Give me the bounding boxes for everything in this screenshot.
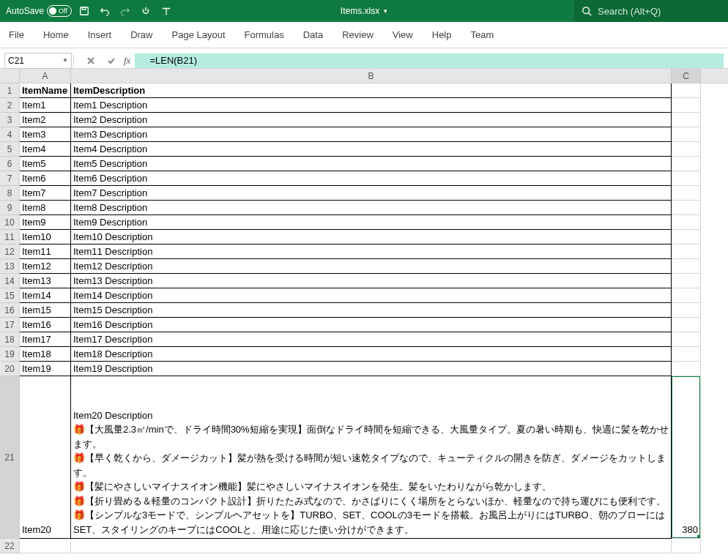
tab-draw[interactable]: Draw [130, 26, 152, 43]
cell[interactable]: Item10 Description [71, 230, 672, 244]
cell[interactable]: Item10 [20, 230, 71, 244]
cell[interactable] [672, 332, 701, 347]
redo-icon[interactable] [117, 3, 133, 19]
cell[interactable]: Item11 Description [71, 244, 672, 259]
row-header[interactable]: 22 [0, 539, 20, 553]
spreadsheet-grid[interactable]: A B C 1 ItemName ItemDescription 2Item1I… [0, 69, 728, 553]
accept-formula-icon[interactable] [103, 53, 119, 68]
cell[interactable] [672, 274, 701, 288]
tab-formulas[interactable]: Formulas [245, 26, 284, 43]
cell[interactable] [672, 539, 701, 553]
cell[interactable]: Item17 [20, 332, 71, 347]
cell[interactable]: Item20 [20, 376, 71, 539]
tab-data[interactable]: Data [303, 26, 323, 43]
cell[interactable]: Item4 [20, 142, 71, 157]
cell[interactable]: Item12 Description [71, 259, 672, 274]
cancel-formula-icon[interactable] [83, 53, 99, 68]
row-header[interactable]: 16 [0, 303, 20, 318]
row-header[interactable]: 12 [0, 244, 20, 259]
tab-insert[interactable]: Insert [88, 26, 112, 43]
cell[interactable] [672, 186, 701, 201]
undo-icon[interactable] [97, 3, 113, 19]
row-header[interactable]: 3 [0, 113, 20, 127]
cell[interactable]: Item5 Description [71, 157, 672, 171]
row-header[interactable]: 11 [0, 230, 20, 244]
row-header[interactable]: 4 [0, 127, 20, 142]
cell[interactable]: Item19 [20, 362, 71, 376]
cell[interactable]: ItemName [20, 83, 71, 98]
cell[interactable]: Item7 [20, 186, 71, 201]
cell[interactable]: Item1 [20, 98, 71, 113]
namebox-dropdown-icon[interactable]: ▼ [62, 57, 68, 64]
cell[interactable] [672, 157, 701, 171]
fx-icon[interactable]: fx [119, 55, 135, 67]
cell[interactable]: Item9 Description [71, 215, 672, 230]
cell[interactable]: Item18 Description [71, 347, 672, 362]
cell[interactable]: Item3 Description [71, 127, 672, 142]
cell[interactable] [672, 362, 701, 376]
row-header[interactable]: 6 [0, 157, 20, 171]
row-header[interactable]: 5 [0, 142, 20, 157]
search-box[interactable]: Search (Alt+Q) [574, 0, 728, 22]
tab-file[interactable]: File [9, 26, 24, 43]
row-header[interactable]: 10 [0, 215, 20, 230]
tab-page-layout[interactable]: Page Layout [172, 26, 226, 43]
row-header[interactable]: 17 [0, 318, 20, 332]
row-header[interactable]: 19 [0, 347, 20, 362]
tab-team[interactable]: Team [471, 26, 494, 43]
row-header[interactable]: 13 [0, 259, 20, 274]
row-header[interactable]: 14 [0, 274, 20, 288]
cell[interactable]: Item3 [20, 127, 71, 142]
title-dropdown-icon[interactable]: ▾ [384, 7, 387, 15]
row-header[interactable]: 21 [0, 376, 20, 539]
name-box[interactable]: C21 ▼ [4, 53, 72, 69]
cell[interactable]: Item15 [20, 303, 71, 318]
row-header[interactable]: 1 [0, 83, 20, 98]
cell[interactable]: Item19 Description [71, 362, 672, 376]
row-header[interactable]: 8 [0, 186, 20, 201]
cell[interactable] [20, 539, 71, 553]
cell[interactable] [672, 127, 701, 142]
cell[interactable]: Item6 Description [71, 171, 672, 186]
cell[interactable] [672, 215, 701, 230]
cell[interactable]: Item20 Description🎁【大風量2.3㎥/minで、ドライ時間30… [71, 376, 672, 539]
cell[interactable] [672, 171, 701, 186]
cell[interactable]: Item14 [20, 288, 71, 303]
cell[interactable] [672, 113, 701, 127]
tab-home[interactable]: Home [43, 26, 69, 43]
cell[interactable]: Item14 Description [71, 288, 672, 303]
selected-cell[interactable]: 380 [672, 376, 701, 539]
cell[interactable]: Item7 Description [71, 186, 672, 201]
cell[interactable] [672, 98, 701, 113]
cell[interactable]: Item6 [20, 171, 71, 186]
autosave-toggle[interactable]: AutoSave Off [6, 5, 72, 17]
cell[interactable] [672, 259, 701, 274]
cell[interactable] [672, 201, 701, 215]
qat-customize-icon[interactable] [158, 3, 174, 19]
cell[interactable]: Item16 Description [71, 318, 672, 332]
col-header-c[interactable]: C [672, 69, 701, 83]
cell[interactable]: Item13 Description [71, 274, 672, 288]
tab-review[interactable]: Review [342, 26, 374, 43]
cell[interactable]: ItemDescription [71, 83, 672, 98]
cell[interactable]: Item13 [20, 274, 71, 288]
touch-mode-icon[interactable] [138, 3, 154, 19]
row-header[interactable]: 2 [0, 98, 20, 113]
cell[interactable] [672, 244, 701, 259]
row-header[interactable]: 20 [0, 362, 20, 376]
row-header[interactable]: 15 [0, 288, 20, 303]
cell[interactable]: Item18 [20, 347, 71, 362]
cell[interactable]: Item2 [20, 113, 71, 127]
cell[interactable]: Item4 Description [71, 142, 672, 157]
cell[interactable] [672, 288, 701, 303]
cell[interactable]: Item5 [20, 157, 71, 171]
cell[interactable]: Item12 [20, 259, 71, 274]
save-icon[interactable] [76, 3, 92, 19]
cell[interactable] [672, 347, 701, 362]
select-all-corner[interactable] [0, 69, 20, 83]
row-header[interactable]: 18 [0, 332, 20, 347]
cell[interactable] [672, 318, 701, 332]
cell[interactable]: Item11 [20, 244, 71, 259]
tab-view[interactable]: View [393, 26, 413, 43]
cell[interactable] [672, 142, 701, 157]
